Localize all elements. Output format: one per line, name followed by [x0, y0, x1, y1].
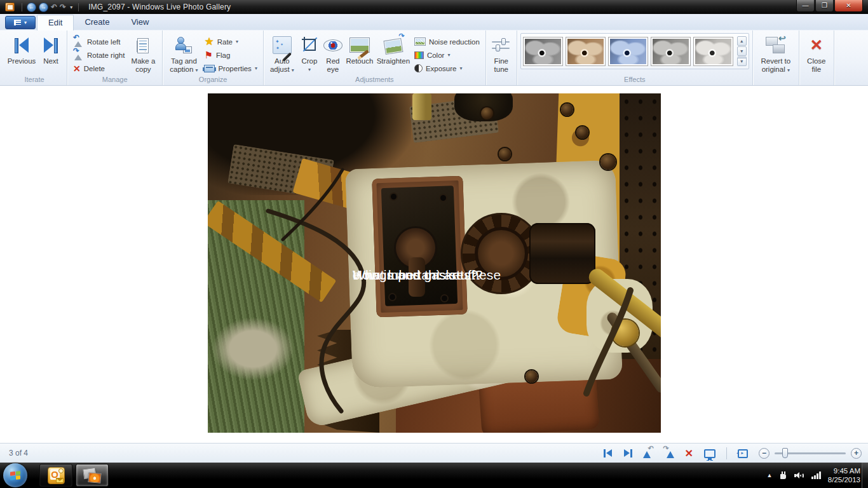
zoom-in-button[interactable]: +	[851, 448, 862, 459]
close-button[interactable]: ✕	[834, 0, 863, 12]
redo-icon[interactable]: ↷	[60, 3, 66, 11]
statusbar-rotate-right-icon[interactable]: ↷	[664, 449, 674, 458]
outlook-icon: O	[48, 467, 65, 484]
window-title: IMG_2097 - Windows Live Photo Gallery	[88, 3, 231, 11]
fit-to-window-icon[interactable]	[738, 449, 748, 458]
system-tray: ▲ 9:45 AM 8/25/2013	[766, 463, 860, 488]
group-fine-tune: Fine tune	[486, 30, 517, 85]
application-menu-button[interactable]: ▾	[5, 16, 36, 29]
power-icon[interactable]	[779, 471, 787, 480]
zoom-slider[interactable]	[775, 452, 846, 454]
previous-icon	[13, 37, 30, 53]
tab-create[interactable]: Create	[74, 14, 120, 30]
tray-time: 9:45 AM	[828, 466, 860, 475]
photo-gallery-icon	[83, 467, 102, 484]
effects-scroll-up-button[interactable]: ▲	[737, 36, 747, 46]
fine-tune-icon	[492, 37, 511, 53]
taskbar-outlook-button[interactable]: O	[39, 464, 72, 487]
back-icon[interactable]: ←	[27, 3, 36, 12]
straighten-button[interactable]: Straighten	[375, 32, 412, 65]
tray-date: 8/25/2013	[828, 475, 860, 484]
group-label-iterate: Iterate	[5, 75, 64, 85]
noise-reduction-icon	[414, 37, 426, 46]
divider	[78, 3, 79, 11]
flag-button[interactable]: ⚑ Flag	[201, 48, 259, 62]
minimize-button[interactable]: —	[796, 0, 815, 12]
previous-button[interactable]: Previous	[5, 32, 38, 65]
rate-label: Rate	[217, 38, 233, 46]
revert-to-original-button[interactable]: ↩ Revert to original ▾	[756, 32, 796, 74]
ribbon: Previous Next Iterate ↶ Rotate left ↷	[0, 30, 868, 86]
make-a-copy-button[interactable]: Make a copy	[127, 32, 159, 74]
delete-icon: ✕	[73, 64, 81, 73]
group-label-adjustments: Adjustments	[267, 75, 482, 85]
forward-icon[interactable]: →	[39, 3, 48, 12]
rotate-right-button[interactable]: ↷ Rotate right	[71, 48, 127, 62]
tab-view[interactable]: View	[120, 14, 159, 30]
statusbar-rotate-left-icon[interactable]: ↶	[643, 449, 653, 458]
show-desktop-button[interactable]	[862, 463, 868, 488]
group-label-effects: Effects	[520, 75, 749, 85]
restore-button[interactable]: ❐	[815, 0, 834, 12]
group-label-fine-tune	[489, 83, 513, 85]
red-eye-button[interactable]: Red eye	[322, 32, 344, 74]
group-iterate: Previous Next Iterate	[2, 30, 67, 85]
statusbar-next-icon[interactable]	[623, 449, 632, 458]
auto-adjust-button[interactable]: ✦✦✦ Auto adjust ▾	[267, 32, 297, 74]
effect-sepia[interactable]	[566, 37, 606, 66]
delete-button[interactable]: ✕ Delete	[71, 62, 127, 75]
effect-thumbnail	[610, 39, 646, 64]
noise-reduction-button[interactable]: Noise reduction	[412, 35, 482, 48]
chevron-down-icon: ▾	[308, 65, 311, 74]
previous-label: Previous	[8, 57, 36, 65]
hidden-icons-arrow[interactable]: ▲	[766, 472, 772, 478]
quick-access-customize-icon[interactable]: ▾	[70, 4, 72, 10]
zoom-out-button[interactable]: −	[759, 448, 770, 459]
start-button[interactable]	[3, 463, 27, 487]
tab-edit[interactable]: Edit	[37, 15, 74, 30]
effects-more-button[interactable]: ▼	[737, 57, 747, 66]
network-icon[interactable]	[811, 471, 821, 479]
chevron-down-icon: ▾	[255, 65, 257, 71]
noise-reduction-label: Noise reduction	[429, 38, 480, 46]
volume-icon[interactable]	[794, 471, 804, 480]
make-a-copy-label: Make a copy	[130, 57, 156, 74]
effects-scroll-down-button[interactable]: ▼	[737, 46, 747, 56]
clock[interactable]: 9:45 AM 8/25/2013	[828, 466, 860, 484]
effect-high-key[interactable]	[693, 37, 733, 66]
statusbar-previous-icon[interactable]	[604, 449, 613, 458]
zoom-slider-handle[interactable]	[782, 448, 788, 458]
next-button[interactable]: Next	[38, 32, 64, 65]
effects-gallery: ▲ ▼ ▼	[520, 33, 749, 69]
close-file-button[interactable]: ✕ Close file	[803, 32, 831, 74]
photo-canvas[interactable]: What lubes this stuff? How important are…	[208, 93, 661, 433]
windows-logo-icon	[10, 471, 20, 480]
effect-thumbnail	[695, 39, 731, 64]
tag-person-icon	[175, 37, 192, 53]
straighten-label: Straighten	[377, 57, 410, 65]
color-button[interactable]: Color ▾	[412, 48, 482, 62]
tag-and-caption-button[interactable]: Tag and caption ▾	[166, 32, 201, 74]
rate-button[interactable]: ★ Rate ▾	[201, 35, 259, 48]
status-bar: 3 of 4 ↶ ↷ ✕ − +	[0, 443, 868, 463]
retouch-button[interactable]: Retouch	[344, 32, 375, 65]
rotate-right-icon: ↷	[73, 50, 84, 60]
rotate-left-icon: ↶	[73, 37, 84, 47]
divider	[726, 447, 727, 459]
chevron-down-icon: ▾	[236, 39, 238, 44]
exposure-button[interactable]: Exposure ▾	[412, 62, 482, 75]
group-label-close-file	[803, 83, 831, 85]
group-label-revert	[756, 83, 796, 85]
effect-muted-gray[interactable]	[651, 37, 691, 66]
fine-tune-button[interactable]: Fine tune	[489, 32, 513, 74]
undo-icon[interactable]: ↶	[51, 3, 57, 11]
effect-black-and-white[interactable]	[523, 37, 563, 66]
crop-button[interactable]: Crop ▾	[297, 32, 322, 74]
properties-button[interactable]: Properties ▾	[201, 62, 259, 75]
taskbar-photo-gallery-button[interactable]	[76, 464, 109, 487]
effect-cyanotype[interactable]	[608, 37, 648, 66]
statusbar-delete-icon[interactable]: ✕	[685, 447, 693, 459]
slideshow-icon[interactable]	[704, 449, 715, 458]
taskbar: O ▲ 9:45 AM 8/25/2013	[0, 463, 868, 488]
effect-thumbnail	[653, 39, 689, 64]
